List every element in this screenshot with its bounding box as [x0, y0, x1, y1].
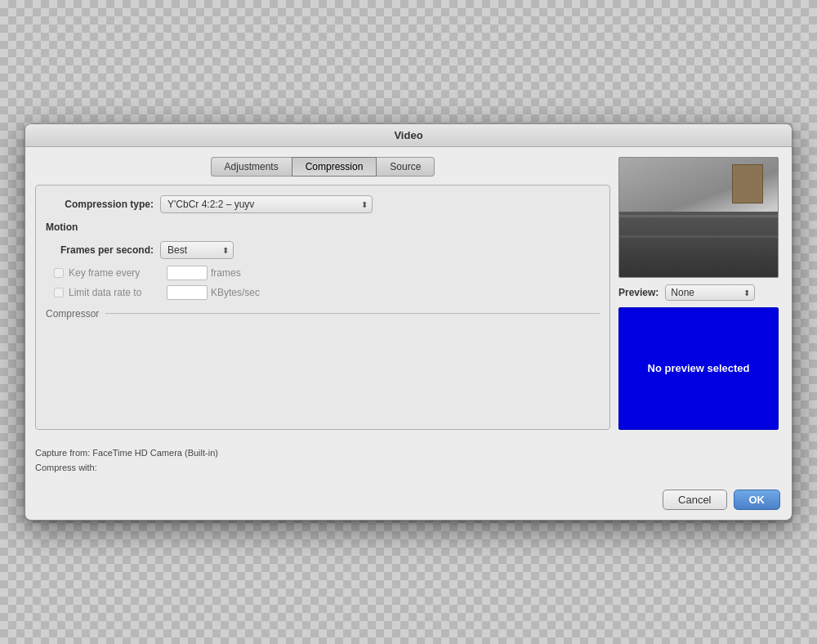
shelf-line-2	[619, 235, 778, 238]
compression-type-row: Compression type: Y'CbCr 4:2:2 – yuyv ⬍	[46, 195, 600, 213]
bottom-buttons: Cancel OK	[25, 483, 792, 520]
cancel-button[interactable]: Cancel	[663, 490, 726, 510]
tabs-bar: Adjustments Compression Source	[35, 157, 610, 177]
motion-section: Motion Frames per second: Best ⬍	[46, 221, 600, 300]
preview-select-wrapper: None ⬍	[665, 284, 755, 301]
fps-select-wrapper: Best ⬍	[160, 241, 234, 259]
compressor-section: Compressor	[46, 308, 600, 320]
motion-section-label: Motion	[46, 221, 600, 235]
box-shape	[732, 164, 763, 203]
window-footer: Capture from: FaceTime HD Camera (Built-…	[25, 440, 792, 520]
data-rate-input[interactable]	[167, 285, 208, 300]
camera-preview-content	[619, 158, 778, 277]
compression-type-select-wrapper: Y'CbCr 4:2:2 – yuyv ⬍	[160, 195, 373, 213]
keyframe-label: Key frame every	[69, 267, 167, 279]
left-panel: Adjustments Compression Source Compressi…	[35, 157, 610, 430]
shelf-line-1	[619, 215, 778, 217]
shelf-bg	[619, 212, 778, 277]
compression-type-label: Compression type:	[46, 199, 160, 210]
keyframe-suffix: frames	[211, 267, 241, 279]
data-rate-checkbox[interactable]	[54, 288, 64, 297]
data-rate-label: Limit data rate to	[69, 287, 167, 298]
camera-preview-thumbnail	[618, 157, 779, 278]
no-preview-box: No preview selected	[618, 307, 779, 430]
fps-label: Frames per second:	[54, 244, 160, 256]
preview-label: Preview:	[618, 287, 659, 298]
data-rate-row: Limit data rate to KBytes/sec	[54, 285, 600, 300]
fps-row: Frames per second: Best ⬍	[54, 241, 600, 259]
content-box: Compression type: Y'CbCr 4:2:2 – yuyv ⬍ …	[35, 185, 610, 430]
compressor-label: Compressor	[46, 308, 105, 320]
preview-select[interactable]: None	[665, 284, 755, 301]
right-panel: Preview: None ⬍ No preview selected	[618, 157, 782, 430]
video-dialog: Video Adjustments Compression Source Com…	[25, 123, 792, 521]
compressor-divider	[105, 313, 600, 314]
keyframe-row: Key frame every frames	[54, 266, 600, 280]
status-bar: Capture from: FaceTime HD Camera (Built-…	[25, 440, 792, 483]
keyframe-input[interactable]	[167, 266, 208, 280]
ok-button[interactable]: OK	[734, 490, 781, 510]
no-preview-text: No preview selected	[648, 361, 750, 376]
capture-from-text: Capture from: FaceTime HD Camera (Built-…	[35, 446, 782, 461]
compression-type-select[interactable]: Y'CbCr 4:2:2 – yuyv	[160, 195, 373, 213]
preview-label-row: Preview: None ⬍	[618, 284, 782, 301]
tab-source[interactable]: Source	[377, 157, 435, 177]
window-title: Video	[394, 129, 422, 141]
window-content: Adjustments Compression Source Compressi…	[25, 147, 792, 440]
tab-adjustments[interactable]: Adjustments	[211, 157, 292, 177]
keyframe-checkbox[interactable]	[54, 268, 64, 278]
tab-compression[interactable]: Compression	[292, 157, 377, 177]
titlebar: Video	[25, 124, 792, 147]
compress-with-text: Compress with:	[35, 461, 782, 476]
fps-select[interactable]: Best	[160, 241, 234, 259]
data-rate-suffix: KBytes/sec	[211, 287, 260, 298]
